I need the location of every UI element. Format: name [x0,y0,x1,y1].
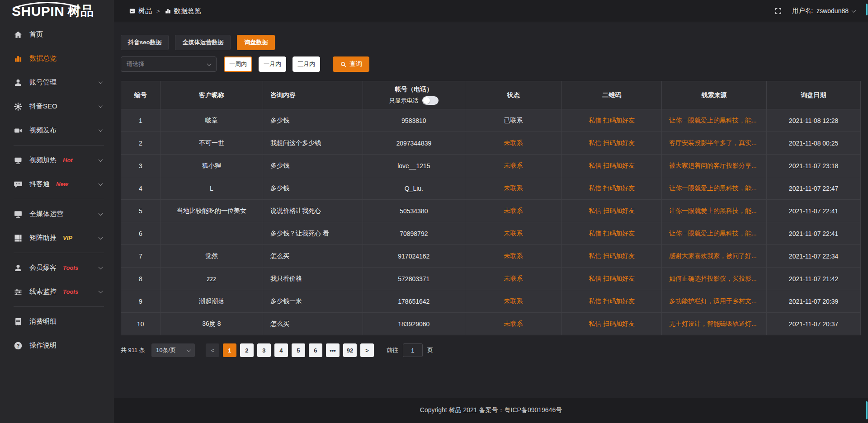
cell-qrcode[interactable]: 私信 扫码加好友 [562,245,662,268]
sidebar-item-home[interactable]: 首页 [0,23,114,47]
breadcrumb: 树品 > 数据总览 [129,7,201,15]
chevron-down-icon [99,80,103,84]
cell-id: 1 [121,109,160,132]
next-page-button[interactable]: > [360,343,374,357]
sidebar-item-gear[interactable]: 抖音SEO [0,94,114,118]
cell-nickname: L [160,177,263,200]
page-button[interactable]: 92 [343,343,357,357]
sidebar-item-chat[interactable]: 抖客通 New [0,172,114,196]
tab-button[interactable]: 全媒体运营数据 [175,35,231,50]
cell-account: love__1215 [363,155,465,177]
sidebar-item-member[interactable]: 会员爆客 Tools [0,256,114,280]
top-bar: SHUPIN 树品 树品 > 数据总览 用户名: zswodun88 [0,0,868,22]
cell-source[interactable]: 无主灯设计，智能磁吸轨道灯... [661,313,766,335]
cell-date: 2021-11-07 21:42 [767,268,861,290]
cell-qrcode[interactable]: 私信 扫码加好友 [562,155,662,177]
grid-icon [14,234,23,243]
fullscreen-icon[interactable] [774,7,782,15]
chevron-down-icon [187,348,191,352]
sidebar-item-bill[interactable]: 消费明细 [0,310,114,334]
cell-qrcode[interactable]: 私信 扫码加好友 [562,313,662,335]
cell-qrcode[interactable]: 私信 扫码加好友 [562,200,662,222]
tab-button[interactable]: 抖音seo数据 [121,35,169,50]
range-button[interactable]: 三月内 [292,56,320,72]
cell-content: 怎么买 [263,313,363,335]
cell-qrcode[interactable]: 私信 扫码加好友 [562,132,662,155]
sidebar-item-label: 数据总览 [29,54,57,63]
table-row: 8zzz我只看价格572803371未联系私信 扫码加好友如何正确选择投影仪，买… [121,268,861,290]
page-button[interactable]: 1 [223,343,236,357]
scrollbar-thumb[interactable] [866,401,868,419]
cell-qrcode[interactable]: 私信 扫码加好友 [562,290,662,313]
cell-source[interactable]: 客厅安装投影半年多了，真实... [661,132,766,155]
sidebar-item-sliders[interactable]: 线索监控 Tools [0,280,114,304]
cell-source[interactable]: 被大家追着问的客厅投影分享... [661,155,766,177]
cell-date: 2021-11-07 20:37 [767,313,861,335]
search-button[interactable]: 查询 [333,56,369,72]
cell-id: 5 [121,200,160,222]
cell-source[interactable]: 如何正确选择投影仪，买投影... [661,268,766,290]
page-button[interactable]: 4 [274,343,288,357]
cell-content: 说说价格让我死心 [263,200,363,222]
pager: < 123456•••92> [206,343,374,357]
cell-source[interactable]: 感谢大家喜欢我家，被问了好... [661,245,766,268]
breadcrumb-current[interactable]: 数据总览 [165,7,201,15]
logo-arc [14,1,81,8]
cell-id: 6 [121,222,160,245]
cell-id: 10 [121,313,160,335]
filter-bar: 请选择 一周内一月内三月内 查询 [121,56,861,72]
page-ellipsis-button[interactable]: ••• [326,343,340,357]
sidebar-item-label: 全媒体运营 [29,210,63,218]
sidebar-item-user[interactable]: 账号管理 [0,70,114,94]
sidebar-item-video[interactable]: 视频发布 [0,118,114,142]
filter-select[interactable]: 请选择 [121,56,217,72]
cell-id: 4 [121,177,160,200]
page-button[interactable]: 3 [257,343,271,357]
cell-source[interactable]: 多功能护栏灯，适用于乡村文... [661,290,766,313]
cell-source[interactable]: 让你一眼就爱上的黑科技，能... [661,177,766,200]
breadcrumb-root[interactable]: 树品 [129,7,152,15]
cell-account: 9583810 [363,109,465,132]
table-row: 4L多少钱Q_Liu.未联系私信 扫码加好友让你一眼就爱上的黑科技，能...20… [121,177,861,200]
sidebar-item-grid[interactable]: 矩阵助推 VIP [0,226,114,250]
cell-qrcode[interactable]: 私信 扫码加好友 [562,268,662,290]
cell-qrcode[interactable]: 私信 扫码加好友 [562,109,662,132]
chevron-down-icon [99,157,103,162]
user-menu[interactable]: 用户名: zswodun88 [792,7,855,15]
goto-page-input[interactable] [403,343,423,357]
sidebar-item-label: 首页 [29,30,43,39]
tab-button[interactable]: 询盘数据 [237,35,275,50]
cell-source[interactable]: 让你一眼就爱上的黑科技，能... [661,200,766,222]
phone-only-toggle[interactable] [422,96,439,105]
cell-account: Q_Liu. [363,177,465,200]
breadcrumb-separator: > [156,8,160,14]
sidebar-item-heat[interactable]: 视频加热 Hot [0,148,114,172]
page-button[interactable]: 6 [309,343,322,357]
cell-date: 2021-11-07 22:41 [767,222,861,245]
sidebar-item-question[interactable]: ? 操作说明 [0,334,114,357]
range-button[interactable]: 一月内 [259,56,286,72]
page-button[interactable]: 2 [240,343,254,357]
cell-source[interactable]: 让你一眼就爱上的黑科技，能... [661,222,766,245]
sidebar-item-monitor[interactable]: 全媒体运营 [0,202,114,226]
page-button[interactable]: 5 [292,343,305,357]
app-logo: SHUPIN 树品 [12,5,94,18]
range-button[interactable]: 一周内 [224,56,252,72]
sidebar-item-badge: New [56,181,68,188]
table-row: 1036度 8怎么买183929060未联系私信 扫码加好友无主灯设计，智能磁吸… [121,313,861,335]
cell-qrcode[interactable]: 私信 扫码加好友 [562,222,662,245]
sidebar-item-chart[interactable]: 数据总览 [0,47,114,70]
cell-nickname: 狐小狸 [160,155,263,177]
cell-qrcode[interactable]: 私信 扫码加好友 [562,177,662,200]
sidebar-item-label: 抖音SEO [29,102,57,111]
table-row: 6多少钱？让我死心 看70898792未联系私信 扫码加好友让你一眼就爱上的黑科… [121,222,861,245]
cell-status: 未联系 [465,200,561,222]
chevron-down-icon [99,235,103,240]
cell-nickname: 潮起潮落 [160,290,263,313]
prev-page-button[interactable]: < [206,343,219,357]
scrollbar-thumb[interactable] [866,4,868,15]
page-size-select[interactable]: 10条/页 [151,343,195,357]
svg-text:?: ? [17,343,20,348]
cell-account: 178651642 [363,290,465,313]
cell-source[interactable]: 让你一眼就爱上的黑科技，能... [661,109,766,132]
